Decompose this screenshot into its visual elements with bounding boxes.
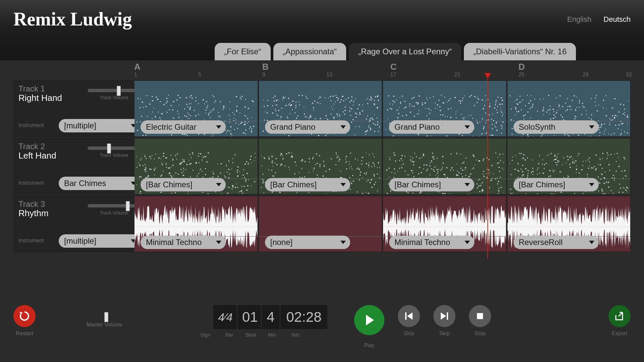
svg-rect-2158: [319, 155, 320, 156]
svg-rect-1555: [517, 104, 518, 105]
song-tab[interactable]: „For Elise“: [215, 43, 271, 60]
svg-rect-2478: [420, 191, 421, 192]
track-volume-slider[interactable]: [88, 204, 141, 207]
skip-forward-button[interactable]: [433, 305, 455, 327]
clip[interactable]: [Bar Chimes]: [135, 138, 258, 194]
svg-rect-691: [332, 109, 333, 110]
svg-rect-389: [231, 135, 232, 136]
clip-instrument-dropdown[interactable]: [Bar Chimes]: [514, 178, 599, 191]
track-instrument-dropdown[interactable]: [multiple]: [59, 234, 141, 248]
song-tab[interactable]: „Appassionata“: [273, 43, 346, 60]
clip-instrument-dropdown[interactable]: [Bar Chimes]: [265, 178, 350, 191]
track-volume-thumb[interactable]: [107, 143, 111, 154]
playhead[interactable]: [487, 74, 488, 259]
clip-instrument-dropdown[interactable]: Minimal Techno: [141, 236, 226, 249]
clip-instrument-dropdown[interactable]: [Bar Chimes]: [141, 178, 226, 191]
clip[interactable]: Minimal Techno: [135, 196, 258, 252]
svg-rect-2702: [405, 171, 406, 172]
svg-rect-2841: [527, 177, 528, 178]
svg-rect-478: [325, 135, 326, 136]
svg-rect-1190: [471, 115, 472, 116]
stop-button[interactable]: [469, 305, 491, 327]
clips-lane[interactable]: Minimal Techno[none]Minimal TechnoRevers…: [135, 196, 630, 252]
svg-rect-2431: [500, 160, 501, 161]
svg-rect-2870: [513, 193, 513, 194]
svg-rect-38: [236, 106, 237, 107]
svg-rect-1563: [577, 96, 577, 97]
track-volume-thumb[interactable]: [117, 86, 121, 96]
restart-button[interactable]: [13, 305, 36, 327]
clip-instrument-dropdown[interactable]: Grand Piano: [389, 120, 474, 134]
svg-rect-2639: [445, 175, 445, 176]
svg-rect-1211: [509, 95, 510, 96]
track-instrument-dropdown[interactable]: Bar Chimes: [59, 177, 141, 190]
svg-rect-1252: [549, 113, 549, 114]
clip-instrument-dropdown[interactable]: ReverseRoll: [514, 236, 599, 249]
svg-rect-844: [409, 106, 410, 107]
clip[interactable]: SoloSynth: [507, 81, 631, 136]
clip[interactable]: [Bar Chimes]: [259, 138, 382, 194]
svg-rect-1470: [528, 103, 529, 104]
track-head: Track 1Right HandTrack VolumeInstrument[…: [14, 81, 135, 136]
svg-rect-1398: [578, 135, 579, 136]
svg-rect-1270: [589, 117, 589, 118]
clip[interactable]: ReverseRoll: [507, 196, 631, 252]
svg-rect-2494: [389, 157, 390, 158]
clip-instrument-dropdown[interactable]: Grand Piano: [265, 120, 350, 134]
export-button[interactable]: [608, 305, 631, 327]
clip[interactable]: [none]: [259, 196, 382, 252]
svg-rect-2754: [476, 160, 477, 161]
lang-deutsch[interactable]: Deutsch: [603, 15, 631, 23]
track-volume-slider[interactable]: [88, 146, 141, 150]
track-instrument-dropdown[interactable]: [multiple]: [59, 119, 141, 132]
svg-rect-1381: [602, 107, 603, 108]
bar-value: 01: [242, 310, 256, 324]
song-tab[interactable]: „Diabelli-Variations“ Nr. 16: [464, 43, 576, 60]
svg-rect-854: [490, 103, 490, 104]
svg-rect-1561: [621, 133, 622, 134]
clips-lane[interactable]: [Bar Chimes][Bar Chimes][Bar Chimes][Bar…: [135, 138, 630, 194]
clip-instrument-dropdown[interactable]: [none]: [265, 236, 350, 249]
svg-rect-157: [236, 122, 236, 123]
svg-rect-105: [214, 102, 215, 103]
svg-rect-2465: [489, 187, 490, 188]
clip[interactable]: [Bar Chimes]: [507, 138, 631, 194]
svg-rect-1033: [474, 105, 475, 106]
clips-lane[interactable]: Electric GuitarGrand PianoGrand PianoSol…: [135, 81, 630, 136]
clip-instrument-dropdown[interactable]: Electric Guitar: [141, 120, 226, 134]
svg-rect-989: [477, 122, 478, 123]
master-volume-thumb[interactable]: [104, 312, 108, 322]
timeline-ruler[interactable]: ABCD159131721252932: [134, 60, 631, 80]
svg-rect-1855: [212, 177, 213, 178]
svg-rect-1063: [396, 99, 397, 100]
svg-rect-2898: [527, 157, 528, 158]
lang-english[interactable]: English: [567, 15, 591, 23]
clip[interactable]: Grand Piano: [259, 81, 382, 136]
svg-rect-1852: [254, 181, 256, 182]
svg-rect-168: [146, 135, 147, 136]
svg-rect-2630: [472, 169, 472, 170]
svg-rect-2916: [512, 157, 513, 158]
svg-rect-2689: [437, 171, 438, 172]
track-volume-thumb[interactable]: [126, 201, 130, 211]
track-volume-slider[interactable]: [88, 89, 141, 92]
svg-rect-232: [229, 122, 230, 123]
svg-rect-2112: [268, 157, 269, 158]
clip[interactable]: Electric Guitar: [135, 81, 258, 136]
svg-rect-1537: [598, 125, 599, 126]
play-button[interactable]: [354, 305, 384, 335]
section-label: D: [519, 62, 525, 72]
song-tab[interactable]: „Rage Over a Lost Penny“: [349, 43, 461, 60]
svg-rect-2864: [559, 171, 560, 172]
svg-rect-3152: [539, 155, 540, 156]
clip-instrument-dropdown[interactable]: [Bar Chimes]: [389, 178, 474, 191]
svg-rect-1719: [154, 169, 155, 170]
svg-rect-1542: [618, 128, 618, 129]
svg-rect-958: [402, 96, 403, 97]
skip-back-button[interactable]: [398, 305, 420, 327]
clip-instrument-dropdown[interactable]: SoloSynth: [514, 120, 599, 134]
svg-rect-3130: [583, 193, 583, 194]
svg-rect-1699: [193, 154, 193, 155]
svg-rect-1755: [187, 193, 188, 194]
clip-instrument-dropdown[interactable]: Minimal Techno: [389, 236, 474, 249]
